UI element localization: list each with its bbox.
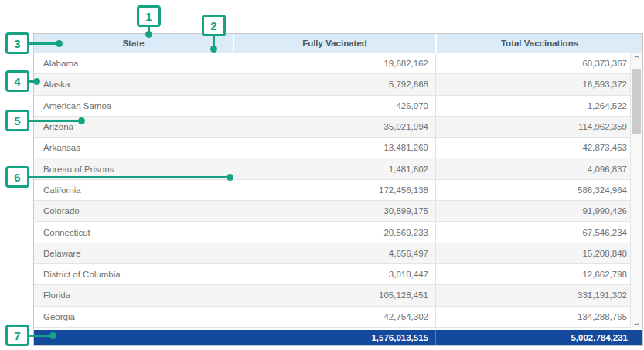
total-vaccinations-cell: 1,264,522 [435, 96, 642, 116]
fully-vaccinated-cell: 5,792,668 [233, 74, 435, 94]
callout-label-6: 6 [14, 171, 20, 184]
callout-stem-3 [28, 42, 59, 45]
state-cell: California [34, 180, 233, 200]
total-vaccinations-cell: 60,373,367 [435, 53, 642, 73]
column-header-total-vaccinations[interactable]: Total Vaccinations [435, 34, 642, 53]
table-row[interactable]: District of Columbia 3,018,447 12,662,79… [34, 264, 642, 285]
callout-dot-3 [56, 40, 63, 47]
total-vaccinations-cell: 16,593,372 [435, 74, 642, 94]
fully-vaccinated-cell: 4,656,497 [233, 243, 435, 263]
scroll-up-button[interactable]: ⌃ [631, 53, 642, 64]
fully-vaccinated-cell: 30,899,175 [233, 201, 435, 221]
column-header-state[interactable]: State [34, 34, 233, 53]
state-cell: American Samoa [34, 96, 233, 116]
fully-vaccinated-cell: 19,682,162 [233, 53, 435, 73]
fully-vaccinated-cell: 172,456,138 [233, 180, 435, 200]
scroll-down-button[interactable]: ⌄ [631, 317, 642, 328]
column-header-fully-vaccinated[interactable]: Fully Vacinated [233, 34, 435, 53]
callout-dot-5 [78, 117, 85, 124]
scrollbar-thumb[interactable] [632, 69, 641, 134]
callout-stem-5 [28, 120, 81, 122]
table-row[interactable]: Arizona 35,021,994 114,962,359 [34, 117, 642, 138]
table-row[interactable]: Delaware 4,656,497 15,208,840 [34, 243, 642, 264]
callout-label-4: 4 [14, 75, 20, 88]
totals-row: 1,576,013,515 5,002,784,231 [34, 330, 642, 345]
screenshot-root: State Fully Vacinated Total Vaccinations… [0, 0, 644, 350]
callout-label-5: 5 [14, 114, 20, 127]
state-cell: Alabama [34, 53, 233, 73]
table-row[interactable]: Alaska 5,792,668 16,593,372 [34, 74, 642, 95]
table-row[interactable]: Arkansas 13,481,269 42,873,453 [34, 138, 642, 158]
totals-fully-vaccinated-cell: 1,576,013,515 [233, 330, 435, 345]
fully-vaccinated-cell: 105,128,451 [233, 285, 435, 305]
state-cell: Delaware [34, 243, 233, 263]
table-row[interactable]: Georgia 42,754,302 134,288,765 [34, 307, 642, 328]
table-body: Alabama 19,682,162 60,373,367 Alaska 5,7… [34, 53, 642, 328]
total-vaccinations-cell: 4,096,837 [435, 158, 642, 178]
callout-label-2: 2 [210, 19, 216, 32]
callout-dot-2 [210, 46, 217, 53]
total-vaccinations-cell: 15,208,840 [435, 243, 642, 263]
totals-state-cell [34, 330, 233, 345]
fully-vaccinated-cell: 13,481,269 [233, 138, 435, 158]
state-cell: Georgia [34, 307, 233, 327]
state-cell: Connecticut [34, 222, 233, 242]
callout-box-5: 5 [5, 110, 29, 131]
callout-stem-6 [28, 176, 230, 178]
callout-box-3: 3 [5, 32, 29, 54]
state-cell: Colorado [34, 201, 233, 221]
callout-box-2: 2 [202, 15, 226, 36]
table-row[interactable]: California 172,456,138 586,324,964 [34, 180, 642, 201]
callout-label-3: 3 [14, 37, 20, 50]
callout-box-1: 1 [137, 5, 161, 27]
callout-box-6: 6 [5, 166, 29, 188]
fully-vaccinated-cell: 426,070 [233, 96, 435, 116]
chevron-down-icon: ⌄ [633, 318, 640, 326]
total-vaccinations-cell: 42,873,453 [435, 138, 642, 158]
total-vaccinations-cell: 114,962,359 [435, 117, 642, 137]
callout-dot-6 [227, 174, 233, 181]
state-cell: Florida [34, 285, 233, 305]
fully-vaccinated-cell: 1,481,602 [233, 158, 435, 178]
table-row[interactable]: Florida 105,128,451 331,191,302 [34, 285, 642, 306]
state-cell: Alaska [34, 74, 233, 94]
total-vaccinations-cell: 12,662,798 [435, 264, 642, 284]
callout-dot-1 [145, 31, 152, 38]
total-vaccinations-cell: 586,324,964 [435, 180, 642, 200]
callout-label-1: 1 [145, 10, 152, 23]
chevron-up-icon: ⌃ [633, 55, 640, 63]
callout-label-7: 7 [14, 329, 20, 342]
table-row[interactable]: American Samoa 426,070 1,264,522 [34, 96, 642, 117]
fully-vaccinated-cell: 3,018,447 [233, 264, 435, 284]
callout-box-7: 7 [5, 325, 29, 346]
table-row[interactable]: Colorado 30,899,175 91,990,426 [34, 201, 642, 222]
vertical-scrollbar[interactable]: ⌃ ⌄ [630, 53, 642, 328]
table-header-row: State Fully Vacinated Total Vaccinations [34, 34, 642, 53]
totals-total-vaccinations-cell: 5,002,784,231 [435, 330, 642, 345]
list-table: State Fully Vacinated Total Vaccinations… [33, 33, 643, 346]
fully-vaccinated-cell: 42,754,302 [233, 307, 435, 327]
total-vaccinations-cell: 67,546,234 [435, 222, 642, 242]
fully-vaccinated-cell: 20,569,233 [233, 222, 435, 242]
callout-dot-7 [49, 332, 56, 339]
total-vaccinations-cell: 91,990,426 [435, 201, 642, 221]
table-row[interactable]: Alabama 19,682,162 60,373,367 [34, 53, 642, 74]
total-vaccinations-cell: 331,191,302 [435, 285, 642, 305]
callout-box-4: 4 [5, 70, 29, 92]
state-cell: Arkansas [34, 138, 233, 158]
state-cell: District of Columbia [34, 264, 233, 284]
callout-dot-4 [33, 78, 40, 85]
table-row[interactable]: Connecticut 20,569,233 67,546,234 [34, 222, 642, 243]
fully-vaccinated-cell: 35,021,994 [233, 117, 435, 137]
total-vaccinations-cell: 134,288,765 [435, 307, 642, 327]
